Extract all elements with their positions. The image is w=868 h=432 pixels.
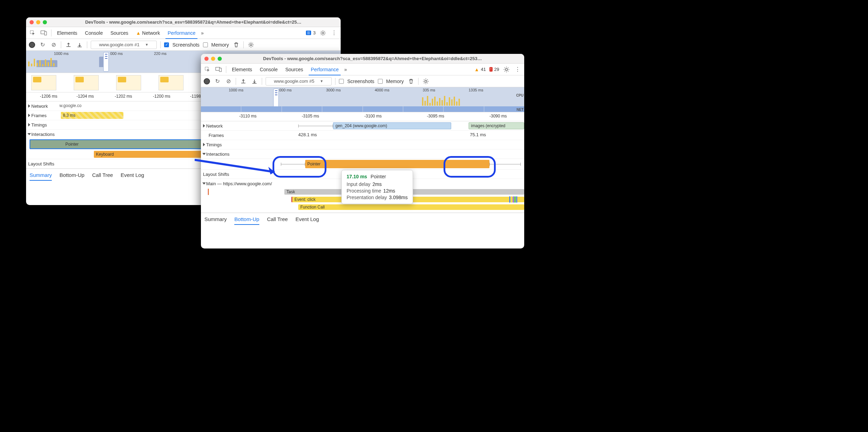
track-timings[interactable]: Timings [201, 140, 524, 149]
devtools-window-right: DevTools - www.google.com/search?sca_esv… [201, 54, 524, 248]
download-icon[interactable] [76, 41, 83, 49]
filmstrip-thumb[interactable] [31, 75, 56, 90]
tab-elements[interactable]: Elements [55, 27, 79, 39]
gear-icon[interactable] [319, 29, 327, 37]
recording-dropdown[interactable]: www.google.com #1 ▼ [91, 41, 157, 49]
track-network[interactable]: Network gen_204 (www.google.com) images … [201, 121, 524, 131]
keyboard-label: Keyboard [96, 152, 114, 157]
tab-performance[interactable]: Performance [309, 64, 341, 75]
filmstrip-thumb[interactable] [159, 75, 184, 90]
memory-label: Memory [386, 79, 404, 84]
download-icon[interactable] [251, 78, 258, 85]
function-call-bar[interactable]: Function Call [298, 204, 524, 210]
bottom-tab-calltree[interactable]: Call Tree [267, 216, 288, 222]
recording-dropdown[interactable]: www.google.com #5 ▼ [266, 77, 332, 85]
timeline-overview[interactable]: 1000 ms 000 ms 3000 ms 4000 ms 335 ms 13… [201, 87, 524, 112]
maximize-icon[interactable] [218, 57, 222, 61]
minimize-icon[interactable] [36, 20, 40, 24]
filmstrip-thumb[interactable] [116, 75, 141, 90]
titlebar[interactable]: DevTools - www.google.com/search?sca_esv… [26, 17, 341, 27]
reload-icon[interactable]: ↻ [39, 41, 46, 49]
overview-tick: 1000 ms [54, 51, 68, 56]
bottom-tab-summary[interactable]: Summary [30, 172, 52, 178]
kebab-icon[interactable]: ⋮ [330, 29, 338, 37]
bottom-tab-eventlog[interactable]: Event Log [295, 216, 319, 222]
warnings-badge[interactable]: ▲41 [474, 67, 486, 72]
network-bar[interactable]: gen_204 (www.google.com) [333, 122, 451, 129]
window-title: DevTools - www.google.com/search?sca_esv… [53, 19, 334, 25]
clear-icon[interactable]: ⊘ [50, 41, 57, 49]
pointer-bar-selected[interactable]: Pointer [30, 139, 229, 149]
overview-handle[interactable] [273, 89, 279, 108]
tooltip-value: 12ms [383, 188, 395, 194]
track-label-text: Timings [31, 122, 47, 128]
gear-icon[interactable] [247, 41, 255, 49]
overview-tick: 000 ms [110, 51, 123, 56]
screenshots-checkbox[interactable]: ✓ [164, 42, 169, 47]
memory-checkbox[interactable] [378, 79, 383, 84]
tooltip-value: 3.098ms [389, 195, 408, 200]
svg-point-4 [250, 44, 252, 46]
tooltip-key: Input delay [347, 181, 371, 187]
upload-icon[interactable] [240, 78, 247, 85]
inspect-icon[interactable] [204, 66, 211, 73]
time-ruler[interactable]: -3110 ms -3105 ms -3100 ms -3095 ms -309… [201, 112, 524, 121]
main-track-label: Main — https://www.google.com/ [206, 181, 272, 186]
device-toggle-icon[interactable] [215, 66, 222, 73]
svg-point-8 [505, 68, 508, 71]
track-label-text: Layout Shifts [28, 161, 54, 166]
screenshots-checkbox[interactable] [339, 79, 344, 84]
close-icon[interactable] [30, 20, 34, 24]
reload-icon[interactable]: ↻ [213, 78, 221, 85]
network-bar[interactable]: images (encrypted [469, 122, 524, 129]
record-button[interactable] [204, 78, 210, 84]
bottom-tab-eventlog[interactable]: Event Log [121, 172, 144, 178]
tooltip-name: Pointer [371, 174, 386, 179]
tracks-container: Network gen_204 (www.google.com) images … [201, 121, 524, 213]
more-tabs-icon[interactable]: » [201, 30, 204, 36]
tab-console[interactable]: Console [83, 27, 105, 39]
memory-checkbox[interactable] [203, 42, 208, 47]
minimize-icon[interactable] [211, 57, 215, 61]
tab-sources[interactable]: Sources [283, 64, 305, 75]
gear-icon[interactable] [503, 66, 510, 73]
track-label-text: Timings [206, 142, 222, 147]
close-icon[interactable] [204, 57, 209, 61]
clear-icon[interactable]: ⊘ [225, 78, 232, 85]
tab-network[interactable]: ▲ Network [134, 27, 162, 39]
trash-icon[interactable] [232, 41, 240, 49]
maximize-icon[interactable] [43, 20, 47, 24]
track-interactions[interactable]: Interactions [201, 149, 524, 159]
bottom-tab-bottomup[interactable]: Bottom-Up [59, 172, 84, 178]
errors-badge[interactable]: !29 [489, 67, 499, 72]
frame-duration: 428.1 ms [298, 132, 317, 137]
overview-tick: 3000 ms [326, 88, 341, 92]
kebab-icon[interactable]: ⋮ [514, 66, 521, 73]
upload-icon[interactable] [65, 41, 72, 49]
filmstrip-thumb[interactable] [74, 75, 99, 90]
track-label-text: Network [206, 123, 223, 129]
inspect-icon[interactable] [29, 29, 36, 37]
window-title: DevTools - www.google.com/search?sca_esv… [228, 56, 517, 61]
frame-bar[interactable]: 8.3 ms [61, 112, 123, 119]
screenshots-label: Screenshots [347, 79, 374, 84]
pointer-bar[interactable]: Pointer [305, 160, 489, 168]
more-tabs-icon[interactable]: » [344, 67, 347, 72]
device-toggle-icon[interactable] [40, 29, 48, 37]
titlebar[interactable]: DevTools - www.google.com/search?sca_esv… [201, 54, 524, 64]
issues-badge[interactable]: ☰ 3 [306, 30, 316, 35]
trash-icon[interactable] [407, 78, 415, 85]
bottom-tab-calltree[interactable]: Call Tree [92, 172, 113, 178]
gear-icon[interactable] [422, 78, 430, 85]
bottom-tab-bottomup[interactable]: Bottom-Up [234, 216, 259, 222]
overview-tick: 000 ms [279, 88, 292, 92]
tab-performance[interactable]: Performance [165, 27, 197, 39]
track-frames[interactable]: Frames 428.1 ms 75.1 ms [201, 131, 524, 140]
bottom-tab-summary[interactable]: Summary [204, 216, 227, 222]
tooltip-key: Processing time [347, 188, 381, 194]
tab-console[interactable]: Console [258, 64, 279, 75]
tab-elements[interactable]: Elements [230, 64, 254, 75]
tab-sources[interactable]: Sources [108, 27, 130, 39]
record-button[interactable] [29, 42, 35, 48]
tooltip-value: 2ms [373, 181, 382, 187]
